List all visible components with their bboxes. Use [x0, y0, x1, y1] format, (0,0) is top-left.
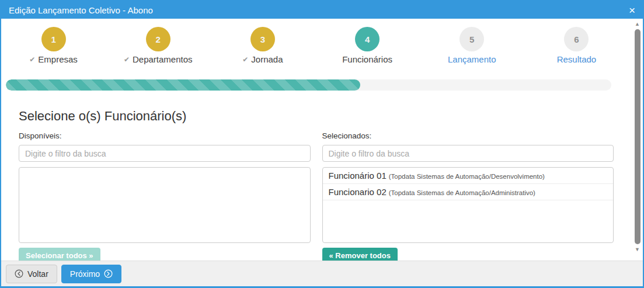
- next-button-label: Próximo: [70, 269, 100, 279]
- selected-column: Selecionados: Funcionário 01(Topdata Sis…: [322, 124, 614, 261]
- next-button[interactable]: Próximo: [61, 265, 121, 283]
- step-6-circle: 6: [564, 27, 589, 51]
- arrow-right-circle-icon: [104, 269, 113, 278]
- modal-title: Edição Lançamento Coletivo - Abono: [9, 5, 153, 15]
- scrollbar-thumb[interactable]: [635, 29, 640, 244]
- wizard-progress-fill: [6, 79, 360, 91]
- step-6-label: Resultado: [557, 54, 597, 64]
- select-all-button[interactable]: Selecionar todos »: [19, 248, 100, 261]
- edit-collective-entry-modal: Edição Lançamento Coletivo - Abono × 1 ✔…: [0, 0, 644, 288]
- employee-name: Funcionario 02: [329, 187, 387, 197]
- modal-footer: Voltar Próximo: [1, 261, 643, 286]
- step-2-label: Departamentos: [133, 54, 193, 64]
- step-3-circle: 3: [250, 27, 275, 51]
- modal-title-bar: Edição Lançamento Coletivo - Abono ×: [1, 1, 643, 19]
- step-5-label: Lançamento: [448, 54, 496, 64]
- check-icon: ✔: [124, 55, 130, 64]
- wizard-stepper: 1 ✔ Empresas 2 ✔ Departamentos 3: [1, 19, 629, 64]
- step-1-circle: 1: [41, 27, 66, 51]
- selected-label: Selecionados:: [322, 131, 614, 140]
- available-label: Disponíveis:: [19, 131, 311, 140]
- step-5-circle: 5: [459, 27, 484, 51]
- selected-filter-input[interactable]: [322, 145, 614, 162]
- modal-body: 1 ✔ Empresas 2 ✔ Departamentos 3: [1, 19, 643, 261]
- scroll-down-icon[interactable]: ▼: [635, 245, 640, 254]
- employee-detail: (Topdata Sistemas de Automação/Administr…: [389, 189, 535, 196]
- selected-employee-row[interactable]: Funcionário 01(Topdata Sistemas de Autom…: [323, 168, 614, 184]
- back-button-label: Voltar: [27, 269, 48, 279]
- step-3-label: Jornada: [251, 54, 283, 64]
- check-icon: ✔: [29, 55, 35, 64]
- step-empresas[interactable]: 1 ✔ Empresas: [1, 27, 106, 64]
- step-4-circle: 4: [355, 27, 380, 51]
- step-4-label: Funcionários: [342, 54, 392, 64]
- step-resultado[interactable]: 6 Resultado: [524, 27, 629, 64]
- selected-listbox[interactable]: Funcionário 01(Topdata Sistemas de Autom…: [322, 167, 614, 243]
- close-icon[interactable]: ×: [629, 5, 635, 16]
- step-2-circle: 2: [146, 27, 170, 51]
- available-filter-input[interactable]: [19, 145, 311, 162]
- available-listbox[interactable]: [19, 167, 311, 243]
- employee-detail: (Topdata Sistemas de Automação/Desenvolv…: [389, 173, 545, 180]
- step-lancamento[interactable]: 5 Lançamento: [420, 27, 524, 64]
- back-button[interactable]: Voltar: [6, 265, 57, 283]
- employee-name: Funcionário 01: [329, 171, 387, 181]
- check-icon: ✔: [242, 55, 248, 64]
- page-title: Selecione o(s) Funcionário(s): [19, 109, 611, 124]
- selected-employee-row[interactable]: Funcionario 02(Topdata Sistemas de Autom…: [323, 184, 614, 200]
- wizard-progress-track: [6, 79, 611, 91]
- step-1-label: Empresas: [38, 54, 78, 64]
- available-column: Disponíveis: Selecionar todos »: [19, 124, 311, 261]
- step-funcionarios[interactable]: 4 Funcionários: [315, 27, 420, 64]
- step-jornada[interactable]: 3 ✔ Jornada: [210, 27, 315, 64]
- vertical-scrollbar[interactable]: ▲ ▼: [632, 19, 642, 261]
- arrow-left-circle-icon: [15, 269, 23, 278]
- step-departamentos[interactable]: 2 ✔ Departamentos: [106, 27, 210, 64]
- remove-all-button[interactable]: « Remover todos: [322, 248, 398, 261]
- scroll-up-icon[interactable]: ▲: [635, 20, 640, 28]
